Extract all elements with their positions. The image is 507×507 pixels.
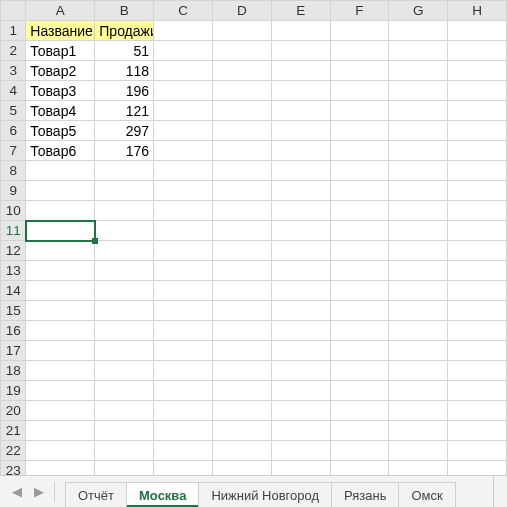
cell-H14[interactable] — [448, 281, 507, 301]
cell-B6[interactable]: 297 — [95, 121, 154, 141]
cell-B20[interactable] — [95, 401, 154, 421]
select-all-corner[interactable] — [1, 1, 26, 21]
cell-A2[interactable]: Товар1 — [26, 41, 95, 61]
row-header-15[interactable]: 15 — [1, 301, 26, 321]
cell-G10[interactable] — [389, 201, 448, 221]
cell-E13[interactable] — [271, 261, 330, 281]
cell-C5[interactable] — [154, 101, 213, 121]
cell-E2[interactable] — [271, 41, 330, 61]
cell-A6[interactable]: Товар5 — [26, 121, 95, 141]
cell-F19[interactable] — [330, 381, 389, 401]
cell-F3[interactable] — [330, 61, 389, 81]
cell-B21[interactable] — [95, 421, 154, 441]
sheet-nav-next[interactable]: ▶ — [28, 481, 50, 503]
cell-D19[interactable] — [212, 381, 271, 401]
cell-A9[interactable] — [26, 181, 95, 201]
sheet-tab-отчёт[interactable]: Отчёт — [65, 482, 127, 507]
cell-D7[interactable] — [212, 141, 271, 161]
cell-D6[interactable] — [212, 121, 271, 141]
cell-E12[interactable] — [271, 241, 330, 261]
cell-G11[interactable] — [389, 221, 448, 241]
cell-G8[interactable] — [389, 161, 448, 181]
cell-E3[interactable] — [271, 61, 330, 81]
cell-G13[interactable] — [389, 261, 448, 281]
sheet-nav-prev[interactable]: ◀ — [6, 481, 28, 503]
cell-G12[interactable] — [389, 241, 448, 261]
cell-G5[interactable] — [389, 101, 448, 121]
cell-G4[interactable] — [389, 81, 448, 101]
row-header-18[interactable]: 18 — [1, 361, 26, 381]
row-header-10[interactable]: 10 — [1, 201, 26, 221]
cell-E14[interactable] — [271, 281, 330, 301]
cell-A18[interactable] — [26, 361, 95, 381]
cell-D8[interactable] — [212, 161, 271, 181]
cell-D5[interactable] — [212, 101, 271, 121]
row-header-6[interactable]: 6 — [1, 121, 26, 141]
cell-H1[interactable] — [448, 21, 507, 41]
cell-B19[interactable] — [95, 381, 154, 401]
row-header-19[interactable]: 19 — [1, 381, 26, 401]
cell-A17[interactable] — [26, 341, 95, 361]
column-header-E[interactable]: E — [271, 1, 330, 21]
cell-G18[interactable] — [389, 361, 448, 381]
cell-C15[interactable] — [154, 301, 213, 321]
row-header-4[interactable]: 4 — [1, 81, 26, 101]
cell-F16[interactable] — [330, 321, 389, 341]
cell-A15[interactable] — [26, 301, 95, 321]
row-header-7[interactable]: 7 — [1, 141, 26, 161]
cell-E8[interactable] — [271, 161, 330, 181]
row-header-20[interactable]: 20 — [1, 401, 26, 421]
cell-F2[interactable] — [330, 41, 389, 61]
cell-C6[interactable] — [154, 121, 213, 141]
cell-G9[interactable] — [389, 181, 448, 201]
cell-E18[interactable] — [271, 361, 330, 381]
cell-C9[interactable] — [154, 181, 213, 201]
column-header-G[interactable]: G — [389, 1, 448, 21]
cell-F15[interactable] — [330, 301, 389, 321]
cell-C18[interactable] — [154, 361, 213, 381]
cell-F5[interactable] — [330, 101, 389, 121]
cell-B9[interactable] — [95, 181, 154, 201]
cell-E10[interactable] — [271, 201, 330, 221]
cell-B15[interactable] — [95, 301, 154, 321]
cell-F13[interactable] — [330, 261, 389, 281]
cell-H4[interactable] — [448, 81, 507, 101]
cell-C22[interactable] — [154, 441, 213, 461]
row-header-22[interactable]: 22 — [1, 441, 26, 461]
cell-A16[interactable] — [26, 321, 95, 341]
cell-A19[interactable] — [26, 381, 95, 401]
cell-D13[interactable] — [212, 261, 271, 281]
cell-A12[interactable] — [26, 241, 95, 261]
cell-F4[interactable] — [330, 81, 389, 101]
cell-H22[interactable] — [448, 441, 507, 461]
cell-H11[interactable] — [448, 221, 507, 241]
cell-F12[interactable] — [330, 241, 389, 261]
sheet-tab-москва[interactable]: Москва — [126, 482, 199, 507]
cell-B12[interactable] — [95, 241, 154, 261]
cell-E1[interactable] — [271, 21, 330, 41]
cell-G14[interactable] — [389, 281, 448, 301]
row-header-9[interactable]: 9 — [1, 181, 26, 201]
cell-E4[interactable] — [271, 81, 330, 101]
cell-B5[interactable]: 121 — [95, 101, 154, 121]
row-header-13[interactable]: 13 — [1, 261, 26, 281]
cell-A10[interactable] — [26, 201, 95, 221]
row-header-12[interactable]: 12 — [1, 241, 26, 261]
row-header-21[interactable]: 21 — [1, 421, 26, 441]
cell-D22[interactable] — [212, 441, 271, 461]
cell-D2[interactable] — [212, 41, 271, 61]
cell-G19[interactable] — [389, 381, 448, 401]
column-header-B[interactable]: B — [95, 1, 154, 21]
cell-D14[interactable] — [212, 281, 271, 301]
cell-D4[interactable] — [212, 81, 271, 101]
sheet-tab-омск[interactable]: Омск — [398, 482, 455, 507]
cell-A11[interactable] — [26, 221, 95, 241]
cell-B2[interactable]: 51 — [95, 41, 154, 61]
cell-A22[interactable] — [26, 441, 95, 461]
cell-B18[interactable] — [95, 361, 154, 381]
cell-E17[interactable] — [271, 341, 330, 361]
row-header-2[interactable]: 2 — [1, 41, 26, 61]
cell-C16[interactable] — [154, 321, 213, 341]
cell-D20[interactable] — [212, 401, 271, 421]
cell-H20[interactable] — [448, 401, 507, 421]
